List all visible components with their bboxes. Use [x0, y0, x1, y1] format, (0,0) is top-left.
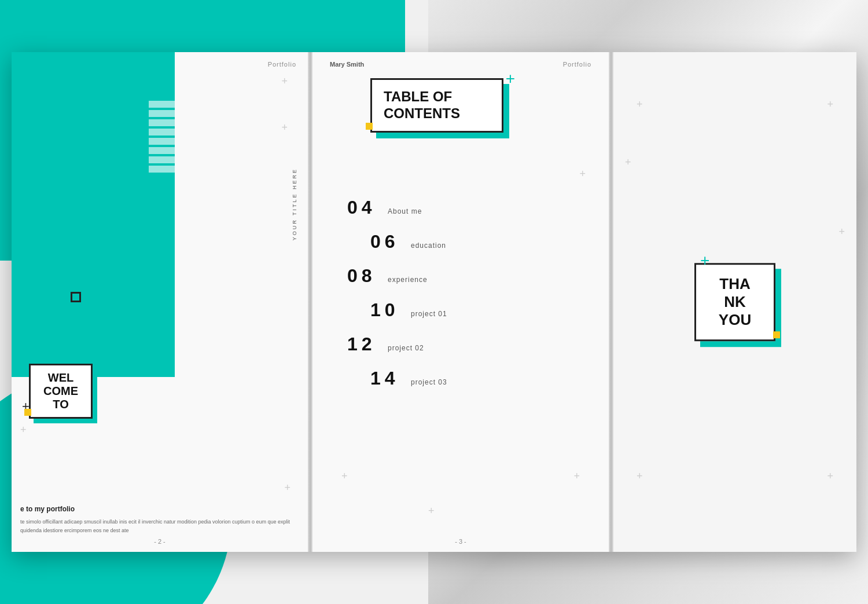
toc-plus-3: +: [573, 470, 580, 482]
toc-num-2: 0 8: [347, 265, 388, 287]
photo-area: [12, 52, 175, 377]
thankyou-relative-wrapper: THANKYOU +: [694, 263, 775, 342]
thankyou-plus-5: +: [625, 156, 631, 169]
toc-inner-box: TABLE OFCONTENTS: [370, 78, 503, 133]
toc-label-4: project 02: [388, 344, 424, 352]
thankyou-box-wrapper: THANKYOU +: [694, 263, 775, 342]
vertical-title: YOUR TITLE HERE: [292, 168, 297, 240]
thankyou-plus-6: +: [838, 226, 845, 238]
page-left: Portfolio YOUR TITLE HERE + + WELCOMETO …: [12, 52, 308, 552]
thankyou-plus-1: +: [637, 98, 643, 111]
toc-title-area: TABLE OFCONTENTS +: [370, 78, 574, 133]
thankyou-plus-2: +: [827, 98, 833, 111]
toc-num-4: 1 2: [347, 334, 388, 355]
toc-title-text: TABLE OFCONTENTS: [384, 89, 490, 122]
welcome-inner: WELCOMETO: [29, 364, 93, 419]
stripe-4: [149, 129, 175, 136]
book-spread: Portfolio YOUR TITLE HERE + + WELCOMETO …: [12, 52, 856, 552]
bottom-body: te simolo officillant adicaep smuscil in…: [20, 518, 296, 535]
toc-plus-4: +: [428, 505, 435, 517]
toc-portfolio-label: Portfolio: [563, 61, 591, 68]
toc-label-3: project 01: [411, 310, 447, 318]
toc-page-number: - 3 -: [455, 538, 466, 545]
toc-label-5: project 03: [411, 378, 447, 386]
toc-yellow-square: [366, 123, 373, 130]
book-spine: [308, 52, 312, 552]
thankyou-yellow-square: [773, 331, 780, 338]
welcome-box: WELCOMETO: [29, 364, 93, 419]
page-toc: Mary Smith Portfolio TABLE OFCONTENTS + …: [312, 52, 609, 552]
toc-entries: 0 4 About me 0 6 education 0 8 experienc…: [347, 197, 586, 402]
toc-num-1: 0 6: [370, 231, 411, 252]
thankyou-text: THANKYOU: [709, 275, 761, 330]
left-page-number: - 2 -: [154, 538, 165, 545]
toc-box-wrapper: TABLE OFCONTENTS +: [370, 78, 503, 133]
stripe-6: [149, 147, 175, 154]
toc-author-name: Mary Smith: [330, 61, 364, 68]
toc-label-1: education: [411, 241, 446, 250]
toc-entry-1: 0 6 education: [347, 231, 586, 252]
toc-num-0: 0 4: [347, 197, 388, 218]
welcome-yellow-square: [24, 409, 31, 416]
plus-deco-2: +: [281, 122, 288, 134]
thankyou-plus-4: +: [827, 470, 833, 482]
welcome-box-outer: WELCOMETO: [29, 364, 93, 419]
stripe-8: [149, 166, 175, 173]
toc-entry-4: 1 2 project 02: [347, 334, 586, 355]
toc-plus-1: +: [579, 168, 586, 180]
stripe-2: [149, 110, 175, 117]
toc-entry-5: 1 4 project 03: [347, 368, 586, 389]
stripe-7: [149, 156, 175, 163]
black-square-icon: [71, 292, 81, 302]
stripe-1: [149, 101, 175, 108]
thankyou-inner-box: THANKYOU: [694, 263, 775, 342]
stripe-3: [149, 119, 175, 126]
toc-entry-2: 0 8 experience: [347, 265, 586, 287]
welcome-text: WELCOMETO: [39, 371, 82, 411]
stripe-decoration: [149, 101, 175, 173]
toc-num-3: 1 0: [370, 299, 411, 321]
plus-deco-3: +: [284, 482, 290, 494]
toc-num-5: 1 4: [370, 368, 411, 389]
bottom-title: e to my portfolio: [20, 505, 296, 513]
toc-teal-plus: +: [506, 69, 515, 88]
page-thankyou: THANKYOU + + + + + + +: [613, 52, 856, 552]
bottom-text-area: e to my portfolio te simolo officillant …: [20, 505, 296, 535]
book-spine-2: [609, 52, 613, 552]
toc-entry-3: 1 0 project 01: [347, 299, 586, 321]
thankyou-teal-plus: +: [700, 251, 709, 270]
plus-deco-1: +: [281, 75, 288, 87]
toc-label-2: experience: [388, 276, 428, 284]
toc-plus-2: +: [341, 470, 348, 482]
toc-label-0: About me: [388, 207, 422, 215]
plus-deco-4: +: [20, 424, 27, 436]
stripe-5: [149, 138, 175, 145]
left-page-header: Portfolio: [268, 61, 296, 68]
toc-entry-0: 0 4 About me: [347, 197, 586, 218]
thankyou-plus-3: +: [637, 470, 643, 482]
